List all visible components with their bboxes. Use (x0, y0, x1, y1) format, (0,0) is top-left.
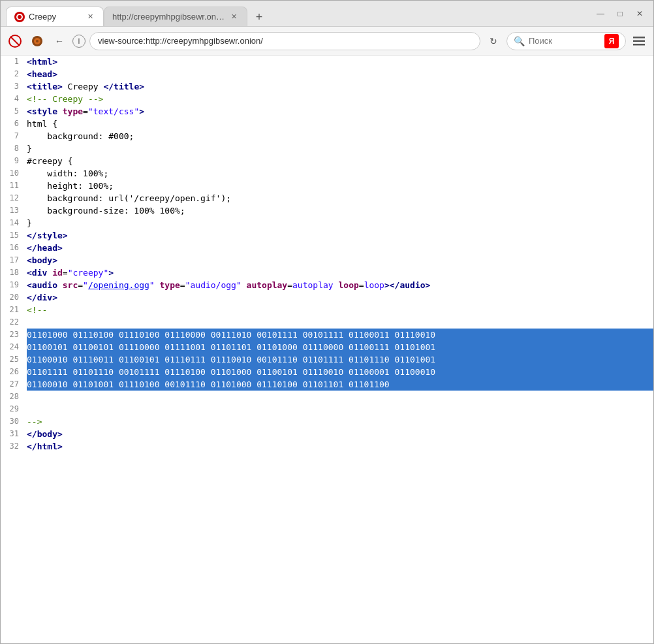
line-content: <body> (27, 254, 653, 266)
close-button[interactable]: ✕ (631, 5, 648, 22)
line-content: </html> (27, 440, 653, 453)
source-line: 31</body> (1, 428, 653, 440)
line-number: 30 (1, 415, 27, 428)
source-line: 32</html> (1, 440, 653, 453)
line-number: 6 (1, 118, 27, 130)
source-line: 7 background: #000; (1, 130, 653, 142)
line-number: 9 (1, 155, 27, 167)
source-line: 19<audio src="/opening.ogg" type="audio/… (1, 279, 653, 291)
source-line: 2601101111 01101110 00101111 01110100 01… (1, 366, 653, 378)
line-content: } (27, 217, 653, 229)
tab-source[interactable]: http://creepymhpgibsewr.oni... ✕ (104, 7, 247, 26)
address-input[interactable] (89, 32, 480, 50)
svg-point-4 (36, 40, 39, 42)
search-input[interactable] (529, 36, 600, 46)
line-content: <head> (27, 68, 653, 80)
line-number: 22 (1, 316, 27, 329)
window-controls: — □ ✕ (592, 5, 648, 22)
line-number: 8 (1, 142, 27, 155)
source-line: 13 background-size: 100% 100%; (1, 204, 653, 217)
address-bar: ← i ↻ 🔍 Я (1, 27, 653, 56)
browser-window: Creepy ✕ http://creepymhpgibsewr.oni... … (0, 0, 654, 644)
svg-rect-7 (633, 44, 645, 46)
line-number: 16 (1, 242, 27, 254)
line-number: 4 (1, 93, 27, 105)
source-line: 20</div> (1, 291, 653, 304)
tab-title-2: http://creepymhpgibsewr.oni... (112, 12, 225, 22)
line-content: </div> (27, 291, 653, 304)
tab-creepy[interactable]: Creepy ✕ (6, 7, 104, 26)
svg-rect-5 (633, 37, 645, 39)
line-content: 01101111 01101110 00101111 01110100 0110… (27, 366, 653, 378)
line-number: 24 (1, 341, 27, 353)
line-number: 32 (1, 440, 27, 453)
line-content: </body> (27, 428, 653, 440)
info-icon[interactable]: i (72, 35, 86, 48)
stop-icon (6, 32, 24, 50)
line-content: 01100010 01101001 01110100 00101110 0110… (27, 378, 653, 391)
line-number: 25 (1, 353, 27, 366)
tab-close-2[interactable]: ✕ (228, 12, 239, 22)
tab-close-1[interactable]: ✕ (85, 12, 95, 22)
svg-rect-6 (633, 40, 645, 42)
line-number: 13 (1, 204, 27, 217)
source-line: 9#creepy { (1, 155, 653, 167)
line-number: 11 (1, 180, 27, 192)
reload-button[interactable]: ↻ (484, 32, 503, 50)
source-line: 8} (1, 142, 653, 155)
source-line: 2301101000 01110100 01110100 01110000 00… (1, 329, 653, 341)
source-line: 5<style type="text/css"> (1, 105, 653, 118)
line-number: 2 (1, 68, 27, 80)
source-line: 2<head> (1, 68, 653, 80)
source-line: 4<!-- Creepy --> (1, 93, 653, 105)
line-content: width: 100%; (27, 167, 653, 180)
source-line: 28 (1, 391, 653, 403)
line-number: 5 (1, 105, 27, 118)
source-line: 3<title> Creepy </title> (1, 80, 653, 93)
line-number: 27 (1, 378, 27, 391)
source-line: 22 (1, 316, 653, 329)
source-line: 30--> (1, 415, 653, 428)
source-line: 21<!-- (1, 304, 653, 316)
line-number: 15 (1, 229, 27, 242)
line-number: 10 (1, 167, 27, 180)
line-content: <audio src="/opening.ogg" type="audio/og… (27, 279, 653, 291)
line-content: background-size: 100% 100%; (27, 204, 653, 217)
source-line: 2401100101 01100101 01110000 01111001 01… (1, 341, 653, 353)
search-area: 🔍 Я (506, 32, 626, 50)
source-line: 18<div id="creepy"> (1, 266, 653, 279)
new-tab-button[interactable]: + (250, 8, 268, 26)
line-content: 01100010 01110011 01100101 01110111 0111… (27, 353, 653, 366)
line-content: <div id="creepy"> (27, 266, 653, 279)
source-line: 17<body> (1, 254, 653, 266)
tab-title-1: Creepy (29, 12, 81, 22)
line-number: 12 (1, 192, 27, 204)
line-number: 20 (1, 291, 27, 304)
line-content: #creepy { (27, 155, 653, 167)
line-number: 7 (1, 130, 27, 142)
line-content: </style> (27, 229, 653, 242)
minimize-button[interactable]: — (592, 5, 609, 22)
line-content: background: url('/creepy/open.gif'); (27, 192, 653, 204)
back-button[interactable]: ← (50, 32, 69, 50)
restore-button[interactable]: □ (612, 5, 629, 22)
line-number: 23 (1, 329, 27, 341)
yandex-logo: Я (604, 34, 619, 48)
line-number: 19 (1, 279, 27, 291)
line-number: 14 (1, 217, 27, 229)
line-number: 28 (1, 391, 27, 403)
title-bar: Creepy ✕ http://creepymhpgibsewr.oni... … (1, 1, 653, 27)
source-line: 15</style> (1, 229, 653, 242)
source-line: 6html { (1, 118, 653, 130)
source-view: 1<html>2<head>3<title> Creepy </title>4<… (1, 56, 653, 643)
source-line: 11 height: 100%; (1, 180, 653, 192)
extension-icon[interactable] (28, 32, 46, 50)
svg-line-1 (10, 37, 20, 46)
line-content: 01101000 01110100 01110100 01110000 0011… (27, 329, 653, 341)
line-content: } (27, 142, 653, 155)
line-content: <html> (27, 56, 653, 68)
menu-button[interactable] (630, 32, 648, 50)
source-line: 2501100010 01110011 01100101 01110111 01… (1, 353, 653, 366)
line-content: height: 100%; (27, 180, 653, 192)
line-number: 26 (1, 366, 27, 378)
